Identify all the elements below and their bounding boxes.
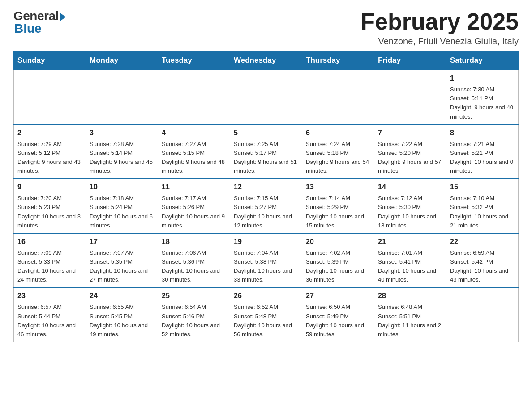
day-info: Sunrise: 7:27 AMSunset: 5:15 PMDaylight:… [162,140,226,176]
calendar-cell [374,70,446,124]
header-day-monday: Monday [86,51,158,70]
month-title: February 2025 [360,9,519,34]
day-number: 15 [450,182,515,193]
calendar-cell: 9Sunrise: 7:20 AMSunset: 5:23 PMDaylight… [14,179,86,233]
day-info: Sunrise: 6:54 AMSunset: 5:46 PMDaylight:… [162,303,226,339]
day-number: 8 [450,128,515,138]
calendar-cell: 26Sunrise: 6:52 AMSunset: 5:48 PMDayligh… [230,287,302,342]
calendar-cell [230,70,302,124]
day-info: Sunrise: 7:07 AMSunset: 5:35 PMDaylight:… [90,248,154,285]
day-number: 17 [90,236,154,247]
day-number: 26 [234,291,298,301]
day-info: Sunrise: 7:15 AMSunset: 5:27 PMDaylight:… [234,194,298,230]
header-day-tuesday: Tuesday [158,51,230,70]
day-info: Sunrise: 7:10 AMSunset: 5:32 PMDaylight:… [450,194,515,230]
day-info: Sunrise: 7:29 AMSunset: 5:12 PMDaylight:… [17,140,82,176]
calendar-cell: 20Sunrise: 7:02 AMSunset: 5:39 PMDayligh… [302,233,374,288]
title-area: February 2025 Venzone, Friuli Venezia Gi… [360,9,519,47]
day-number: 27 [306,291,370,301]
day-info: Sunrise: 7:04 AMSunset: 5:38 PMDaylight:… [234,248,298,285]
day-number: 11 [162,182,226,193]
header-row: SundayMondayTuesdayWednesdayThursdayFrid… [14,51,519,70]
calendar-cell: 28Sunrise: 6:48 AMSunset: 5:51 PMDayligh… [374,287,446,342]
day-info: Sunrise: 7:20 AMSunset: 5:23 PMDaylight:… [17,194,82,230]
calendar-cell: 19Sunrise: 7:04 AMSunset: 5:38 PMDayligh… [230,233,302,288]
day-info: Sunrise: 6:50 AMSunset: 5:49 PMDaylight:… [306,303,370,339]
calendar-week-5: 23Sunrise: 6:57 AMSunset: 5:44 PMDayligh… [14,287,519,342]
calendar-cell: 2Sunrise: 7:29 AMSunset: 5:12 PMDaylight… [14,124,86,179]
header-day-wednesday: Wednesday [230,51,302,70]
day-number: 12 [234,182,298,193]
day-info: Sunrise: 6:52 AMSunset: 5:48 PMDaylight:… [234,303,298,339]
calendar-cell: 12Sunrise: 7:15 AMSunset: 5:27 PMDayligh… [230,179,302,233]
calendar-cell: 23Sunrise: 6:57 AMSunset: 5:44 PMDayligh… [14,287,86,342]
day-number: 16 [17,236,82,247]
calendar-cell: 3Sunrise: 7:28 AMSunset: 5:14 PMDaylight… [86,124,158,179]
day-number: 28 [378,291,442,301]
day-number: 14 [378,182,442,193]
calendar-cell [158,70,230,124]
calendar-cell: 24Sunrise: 6:55 AMSunset: 5:45 PMDayligh… [86,287,158,342]
day-number: 4 [162,128,226,138]
day-info: Sunrise: 7:25 AMSunset: 5:17 PMDaylight:… [234,140,298,176]
calendar-cell: 27Sunrise: 6:50 AMSunset: 5:49 PMDayligh… [302,287,374,342]
calendar-cell: 10Sunrise: 7:18 AMSunset: 5:24 PMDayligh… [86,179,158,233]
day-number: 9 [17,182,82,193]
day-info: Sunrise: 6:57 AMSunset: 5:44 PMDaylight:… [17,303,82,339]
calendar-cell: 25Sunrise: 6:54 AMSunset: 5:46 PMDayligh… [158,287,230,342]
calendar-cell: 22Sunrise: 6:59 AMSunset: 5:42 PMDayligh… [446,233,519,288]
day-number: 6 [306,128,370,138]
day-info: Sunrise: 7:30 AMSunset: 5:11 PMDaylight:… [450,85,515,121]
logo-blue-text: Blue [14,21,42,36]
header-day-friday: Friday [374,51,446,70]
day-number: 21 [378,236,442,247]
day-info: Sunrise: 6:59 AMSunset: 5:42 PMDaylight:… [450,248,515,285]
calendar-cell: 14Sunrise: 7:12 AMSunset: 5:30 PMDayligh… [374,179,446,233]
day-number: 2 [17,128,82,138]
day-number: 10 [90,182,154,193]
day-number: 1 [450,73,515,84]
logo-arrow-icon [60,13,66,21]
header-day-sunday: Sunday [14,51,86,70]
day-info: Sunrise: 7:09 AMSunset: 5:33 PMDaylight:… [17,248,82,285]
day-info: Sunrise: 7:18 AMSunset: 5:24 PMDaylight:… [90,194,154,230]
header-day-saturday: Saturday [446,51,519,70]
day-info: Sunrise: 7:06 AMSunset: 5:36 PMDaylight:… [162,248,226,285]
day-number: 20 [306,236,370,247]
day-info: Sunrise: 7:12 AMSunset: 5:30 PMDaylight:… [378,194,442,230]
day-info: Sunrise: 6:48 AMSunset: 5:51 PMDaylight:… [378,303,442,339]
day-number: 5 [234,128,298,138]
calendar-cell: 17Sunrise: 7:07 AMSunset: 5:35 PMDayligh… [86,233,158,288]
day-info: Sunrise: 7:02 AMSunset: 5:39 PMDaylight:… [306,248,370,285]
calendar-table: SundayMondayTuesdayWednesdayThursdayFrid… [13,51,519,342]
day-info: Sunrise: 6:55 AMSunset: 5:45 PMDaylight:… [90,303,154,339]
day-info: Sunrise: 7:22 AMSunset: 5:20 PMDaylight:… [378,140,442,176]
calendar-week-3: 9Sunrise: 7:20 AMSunset: 5:23 PMDaylight… [14,179,519,233]
calendar-cell: 21Sunrise: 7:01 AMSunset: 5:41 PMDayligh… [374,233,446,288]
day-number: 22 [450,236,515,247]
calendar-week-2: 2Sunrise: 7:29 AMSunset: 5:12 PMDaylight… [14,124,519,179]
page-header: General Blue February 2025 Venzone, Friu… [13,9,519,47]
day-info: Sunrise: 7:28 AMSunset: 5:14 PMDaylight:… [90,140,154,176]
day-info: Sunrise: 7:21 AMSunset: 5:21 PMDaylight:… [450,140,515,176]
calendar-cell: 4Sunrise: 7:27 AMSunset: 5:15 PMDaylight… [158,124,230,179]
day-info: Sunrise: 7:14 AMSunset: 5:29 PMDaylight:… [306,194,370,230]
header-day-thursday: Thursday [302,51,374,70]
calendar-cell: 6Sunrise: 7:24 AMSunset: 5:18 PMDaylight… [302,124,374,179]
day-number: 3 [90,128,154,138]
logo: General Blue [13,9,66,36]
day-info: Sunrise: 7:01 AMSunset: 5:41 PMDaylight:… [378,248,442,285]
calendar-cell: 11Sunrise: 7:17 AMSunset: 5:26 PMDayligh… [158,179,230,233]
day-info: Sunrise: 7:24 AMSunset: 5:18 PMDaylight:… [306,140,370,176]
calendar-cell: 5Sunrise: 7:25 AMSunset: 5:17 PMDaylight… [230,124,302,179]
day-number: 25 [162,291,226,301]
day-number: 23 [17,291,82,301]
calendar-cell: 1Sunrise: 7:30 AMSunset: 5:11 PMDaylight… [446,70,519,124]
calendar-cell: 7Sunrise: 7:22 AMSunset: 5:20 PMDaylight… [374,124,446,179]
calendar-cell [14,70,86,124]
day-number: 18 [162,236,226,247]
calendar-header: SundayMondayTuesdayWednesdayThursdayFrid… [14,51,519,70]
calendar-cell: 18Sunrise: 7:06 AMSunset: 5:36 PMDayligh… [158,233,230,288]
calendar-body: 1Sunrise: 7:30 AMSunset: 5:11 PMDaylight… [14,70,519,342]
calendar-cell: 13Sunrise: 7:14 AMSunset: 5:29 PMDayligh… [302,179,374,233]
